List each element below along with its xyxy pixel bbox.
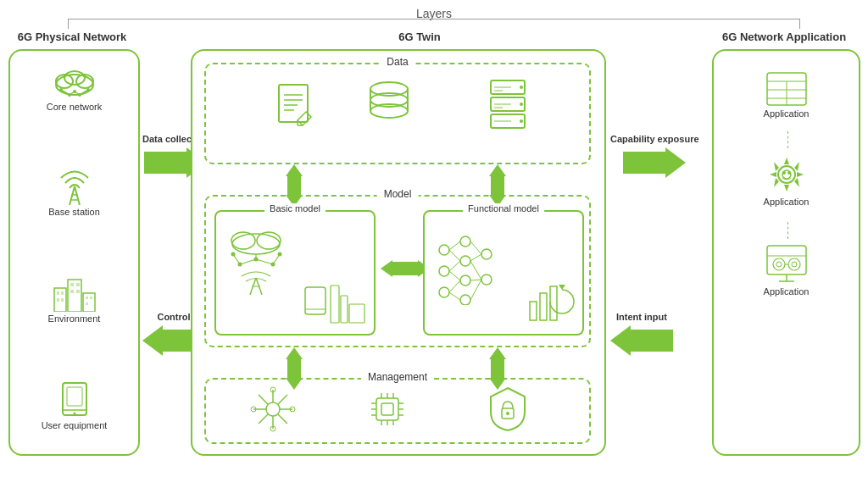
svg-point-145 — [773, 258, 785, 270]
svg-point-86 — [481, 249, 492, 259]
model-section-box: Model Basic model — [204, 195, 591, 347]
svg-point-82 — [460, 236, 470, 247]
data-doc-icon — [274, 81, 318, 134]
diagram-container: Layers 6G Physical Network 6G Twin 6G Ne… — [0, 0, 868, 488]
svg-line-96 — [470, 261, 481, 280]
svg-rect-35 — [279, 85, 308, 122]
tablet-icon — [59, 381, 90, 419]
svg-point-66 — [231, 252, 236, 257]
svg-point-146 — [776, 262, 782, 267]
data-section-box: Data — [204, 63, 591, 164]
mgmt-hub-icon — [248, 386, 298, 433]
svg-line-109 — [278, 414, 287, 424]
mgmt-shield-icon — [486, 385, 530, 434]
svg-rect-24 — [76, 283, 80, 286]
svg-point-59 — [231, 232, 255, 249]
basic-model-icon — [225, 229, 288, 305]
svg-line-92 — [449, 280, 460, 292]
core-network-label: Core network — [10, 102, 138, 112]
intent-input-arrow: Intent input — [610, 312, 673, 356]
svg-rect-21 — [61, 298, 64, 302]
svg-point-140 — [787, 171, 791, 175]
model-label: Model — [377, 188, 419, 200]
basic-model-box: Basic model — [214, 210, 376, 336]
base-station-icon — [53, 161, 97, 205]
svg-point-69 — [271, 263, 275, 267]
svg-line-88 — [449, 241, 460, 250]
svg-rect-78 — [349, 304, 364, 323]
svg-point-85 — [460, 295, 470, 305]
svg-line-95 — [470, 254, 481, 261]
twin-header: 6G Twin — [237, 30, 602, 43]
svg-rect-117 — [381, 403, 393, 415]
svg-rect-29 — [90, 297, 92, 299]
user-equipment-label: User equipment — [10, 420, 138, 430]
environment-icon — [53, 271, 97, 312]
svg-point-137 — [778, 166, 795, 183]
svg-point-9 — [68, 93, 71, 97]
svg-point-3 — [64, 71, 85, 85]
svg-point-8 — [59, 88, 63, 92]
svg-rect-25 — [70, 290, 74, 293]
functional-model-chart-icon — [526, 278, 576, 327]
svg-line-111 — [259, 414, 268, 424]
svg-point-70 — [278, 252, 282, 257]
svg-point-12 — [86, 88, 90, 92]
app-3-label: Application — [714, 286, 859, 297]
network-app-header: 6G Network Application — [712, 30, 856, 43]
svg-point-33 — [73, 413, 75, 415]
data-db-icon — [367, 77, 411, 132]
svg-line-89 — [449, 250, 460, 261]
app-2-icon — [764, 152, 810, 197]
svg-point-83 — [460, 256, 470, 266]
svg-point-48 — [520, 86, 523, 89]
svg-point-103 — [266, 402, 280, 416]
svg-line-62 — [240, 259, 256, 264]
svg-line-94 — [470, 241, 481, 254]
svg-rect-18 — [57, 291, 59, 295]
svg-line-13 — [70, 186, 75, 205]
svg-point-68 — [254, 258, 259, 262]
app-3-icon — [764, 242, 810, 286]
svg-line-91 — [449, 271, 460, 280]
svg-rect-100 — [540, 293, 547, 320]
svg-line-93 — [449, 292, 460, 300]
svg-line-97 — [470, 280, 481, 280]
svg-line-14 — [75, 186, 80, 205]
svg-rect-28 — [86, 297, 88, 299]
svg-rect-23 — [70, 283, 74, 286]
app-2-item: Application — [714, 152, 859, 207]
svg-rect-19 — [61, 291, 64, 295]
svg-point-131 — [506, 412, 509, 415]
svg-marker-102 — [559, 285, 565, 290]
svg-point-52 — [520, 103, 523, 106]
svg-point-60 — [257, 232, 281, 249]
svg-point-87 — [481, 274, 492, 285]
mgmt-chip-icon — [363, 385, 412, 434]
svg-point-84 — [460, 275, 470, 286]
environment-label: Environment — [10, 313, 138, 324]
svg-rect-77 — [341, 296, 348, 323]
dashed-sep-2 — [787, 222, 788, 239]
svg-line-110 — [278, 395, 287, 404]
svg-point-56 — [520, 119, 523, 123]
svg-line-98 — [470, 280, 481, 300]
svg-rect-17 — [54, 288, 66, 312]
data-server-icon — [486, 77, 530, 132]
twin-box: Data — [191, 49, 606, 456]
management-label: Management — [361, 371, 434, 383]
svg-rect-74 — [305, 287, 326, 314]
physical-network-header: 6G Physical Network — [8, 30, 136, 43]
svg-point-11 — [78, 93, 81, 97]
network-app-box: Application — [712, 49, 860, 456]
functional-model-nn-icon — [431, 229, 499, 305]
svg-rect-27 — [83, 293, 95, 312]
svg-point-147 — [788, 258, 800, 270]
layers-bracket — [68, 19, 800, 29]
app-3-item: Application — [714, 242, 859, 297]
dashed-sep-1 — [787, 131, 788, 148]
svg-line-108 — [259, 395, 268, 404]
svg-point-139 — [782, 171, 786, 175]
svg-point-10 — [73, 90, 76, 93]
capability-exposure-arrow: Capability exposure — [610, 134, 699, 178]
